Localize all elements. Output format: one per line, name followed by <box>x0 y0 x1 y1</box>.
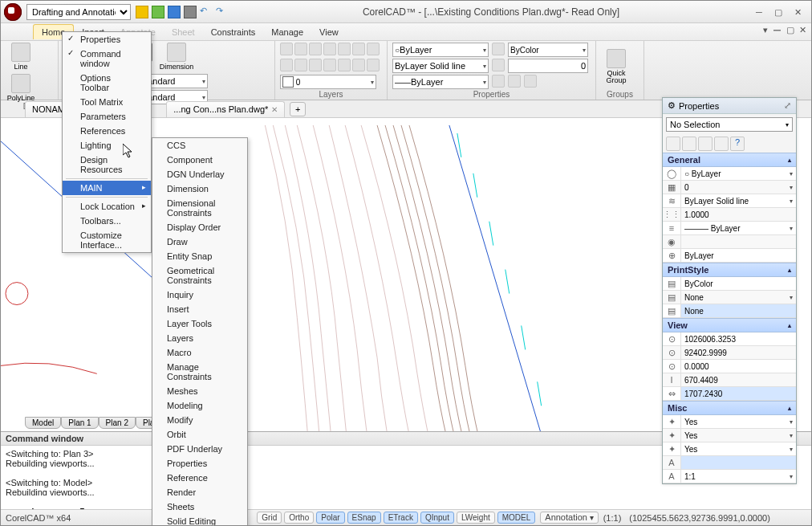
print-icon[interactable] <box>184 6 197 18</box>
props-row[interactable]: ◉ <box>663 235 796 249</box>
props-section-view[interactable]: View▴ <box>663 318 796 332</box>
props-row[interactable]: A <box>663 456 796 470</box>
submenu-item[interactable]: Reference <box>152 471 247 485</box>
submenu-item[interactable]: Sheets <box>152 499 247 514</box>
linestyle-dropdown[interactable]: ByLayer Solid line▾ <box>392 59 489 73</box>
status-toggle-etrack[interactable]: ETrack <box>384 512 418 524</box>
submenu-item[interactable]: PDF Underlay <box>152 442 247 456</box>
status-toggle-grid[interactable]: Grid <box>257 512 282 524</box>
props-row[interactable]: ▤None▾ <box>663 291 796 304</box>
undo-icon[interactable]: ↶ <box>200 6 213 18</box>
submenu-item[interactable]: Dimensional Constraints <box>152 196 247 220</box>
menu-item-lighting[interactable]: Lighting <box>63 138 151 153</box>
submenu-item[interactable]: Render <box>152 485 247 499</box>
status-toggle-qinput[interactable]: QInput <box>420 512 454 524</box>
sheet-tab[interactable]: Plan 2 <box>99 417 136 429</box>
menu-item-parameters[interactable]: Parameters <box>63 109 151 124</box>
props-row[interactable]: ▤None <box>663 304 796 318</box>
props-row[interactable]: ✦Yes▾ <box>663 429 796 442</box>
submenu-item[interactable]: Solid Editing <box>152 514 247 526</box>
submenu-item[interactable]: Entity Snap <box>152 249 247 263</box>
submenu-item[interactable]: Macro <box>152 345 247 360</box>
mdi-minimize[interactable]: ▾ <box>763 25 768 37</box>
submenu-item[interactable]: Orbit <box>152 427 247 442</box>
dimension-tool[interactable]: Dimension <box>161 43 192 71</box>
submenu-item[interactable]: Modify <box>152 413 247 427</box>
props-row[interactable]: ⇔1707.2430 <box>663 387 796 401</box>
annotation-dropdown[interactable]: Annotation ▾ <box>540 512 598 524</box>
submenu-item[interactable]: Properties <box>152 456 247 471</box>
props-tool[interactable] <box>698 137 713 151</box>
props-section-general[interactable]: General▴ <box>663 153 796 167</box>
props-row[interactable]: I670.4409 <box>663 373 796 387</box>
menu-item-tool-matrix[interactable]: Tool Matrix <box>63 95 151 109</box>
menu-item-lock-location[interactable]: Lock Location <box>63 199 151 214</box>
submenu-item[interactable]: Manage Constraints <box>152 360 247 384</box>
minimize-button[interactable]: ─ <box>753 6 765 18</box>
menu-item-properties[interactable]: Properties <box>63 32 151 47</box>
mdi-max[interactable]: ▢ <box>786 25 794 37</box>
bycolor-dropdown[interactable]: ByColor▾ <box>508 43 588 57</box>
props-row[interactable]: A1:1▾ <box>663 470 796 483</box>
menu-item-options-toolbar[interactable]: Options Toolbar <box>63 71 151 95</box>
lineweight-input[interactable]: 0 <box>508 59 588 73</box>
help-icon[interactable]: ? <box>730 137 745 151</box>
menu-sheet[interactable]: Sheet <box>164 25 203 39</box>
status-toggle-model[interactable]: MODEL <box>497 512 536 524</box>
menu-item-toolbars-[interactable]: Toolbars... <box>63 214 151 228</box>
props-tool[interactable] <box>714 137 729 151</box>
props-row[interactable]: ≋ByLayer Solid line▾ <box>663 194 796 208</box>
submenu-item[interactable]: Component <box>152 153 247 167</box>
menu-item-design-resources[interactable]: Design Resources <box>63 153 151 177</box>
status-toggle-esnap[interactable]: ESnap <box>347 512 381 524</box>
open-icon[interactable] <box>152 6 164 18</box>
status-toggle-lweight[interactable]: LWeight <box>457 512 495 524</box>
menu-item-customize-interface-[interactable]: Customize Interface... <box>63 228 151 252</box>
panel-close-icon[interactable]: ⤢ <box>784 100 791 111</box>
redo-icon[interactable]: ↷ <box>216 6 229 18</box>
status-toggle-polar[interactable]: Polar <box>316 512 344 524</box>
menu-constraints[interactable]: Constraints <box>203 25 264 39</box>
props-row[interactable]: ✦Yes▾ <box>663 415 796 429</box>
sheet-tab[interactable]: Plan 1 <box>61 417 98 429</box>
menu-item-references[interactable]: References <box>63 124 151 138</box>
color-dropdown[interactable]: ○ ByLayer▾ <box>392 43 489 57</box>
sheet-tab-model[interactable]: Model <box>25 417 61 429</box>
maximize-button[interactable]: ▢ <box>773 6 784 18</box>
close-icon[interactable]: ✕ <box>271 105 278 114</box>
mdi-restore[interactable]: ー <box>773 25 782 37</box>
submenu-item[interactable]: Layer Tools <box>152 316 247 331</box>
submenu-item[interactable]: Modeling <box>152 398 247 413</box>
quick-group-button[interactable]: Quick Group <box>601 49 631 84</box>
props-section-printstyle[interactable]: PrintStyle▴ <box>663 263 796 277</box>
workspace-selector[interactable]: Drafting and Annotation <box>26 4 131 20</box>
new-icon[interactable] <box>136 6 148 18</box>
selection-dropdown[interactable]: No Selection▾ <box>666 117 793 132</box>
props-row[interactable]: ⊕ByLayer <box>663 249 796 263</box>
submenu-item[interactable]: Layers <box>152 331 247 345</box>
props-row[interactable]: ✦Yes▾ <box>663 442 796 456</box>
save-icon[interactable] <box>168 6 181 18</box>
line-tool[interactable]: Line <box>6 43 36 71</box>
add-tab-button[interactable]: + <box>290 102 306 116</box>
submenu-item[interactable]: Geometrical Constraints <box>152 263 247 287</box>
submenu-item[interactable]: Draw <box>152 234 247 249</box>
polyline-tool[interactable]: PolyLine <box>6 74 36 102</box>
submenu-item[interactable]: Inquiry <box>152 287 247 302</box>
props-row[interactable]: ◯○ ByLayer▾ <box>663 167 796 181</box>
close-button[interactable]: ✕ <box>792 6 803 18</box>
linetype-dropdown[interactable]: —— ByLayer▾ <box>392 75 489 89</box>
bycolor-icon[interactable] <box>492 43 505 55</box>
file-tab-active[interactable]: ...ng Con...ns Plan.dwg*✕ <box>166 101 285 117</box>
props-row[interactable]: ▦0▾ <box>663 181 796 194</box>
props-row[interactable]: ⊙0.0000 <box>663 360 796 373</box>
submenu-item[interactable]: Display Order <box>152 220 247 234</box>
submenu-item[interactable]: Insert <box>152 302 247 316</box>
props-row[interactable]: ⊙92402.9999 <box>663 346 796 360</box>
menu-item-command-window[interactable]: Command window <box>63 47 151 71</box>
menu-view[interactable]: View <box>311 25 347 39</box>
mdi-close[interactable]: ✕ <box>799 25 806 37</box>
props-row[interactable]: ≡——— ByLayer▾ <box>663 222 796 235</box>
submenu-item[interactable]: CCS <box>152 138 247 153</box>
props-tool[interactable] <box>666 137 680 151</box>
